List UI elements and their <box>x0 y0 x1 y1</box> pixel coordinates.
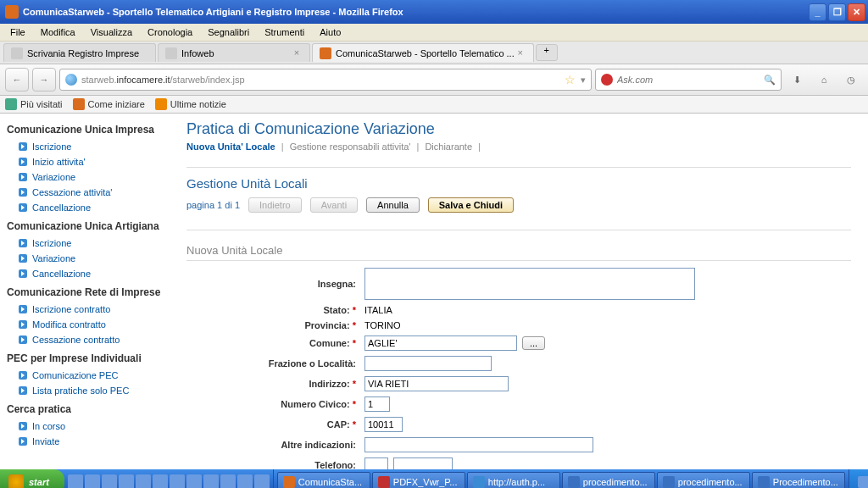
sidebar-item[interactable]: Lista pratiche solo PEC <box>7 383 163 398</box>
search-input[interactable] <box>617 75 764 85</box>
minimize-button[interactable]: _ <box>809 3 826 21</box>
breadcrumb-item[interactable]: Dichiarante <box>425 141 472 152</box>
sidebar-item[interactable]: In corso <box>7 419 163 434</box>
sidebar-item[interactable]: Iscrizione <box>7 139 163 154</box>
bookmark-most-visited[interactable]: Più visitati <box>5 98 63 110</box>
comune-input[interactable] <box>364 336 517 351</box>
taskbar-task[interactable]: procedimento... <box>562 472 655 488</box>
taskbar-task[interactable]: PDFX_Vwr_P... <box>372 472 465 488</box>
altre-input[interactable] <box>364 437 593 452</box>
menu-history[interactable]: Cronologia <box>141 25 199 39</box>
tab-2-active[interactable]: ComunicaStarweb - Sportello Telematico .… <box>312 43 534 62</box>
quick-launch-icon[interactable] <box>85 474 100 488</box>
taskbar-task[interactable]: Procedimento... <box>752 472 845 488</box>
quick-launch-icon[interactable] <box>203 474 219 488</box>
quick-launch-icon[interactable] <box>220 474 236 488</box>
quick-launch-icon[interactable] <box>237 474 253 488</box>
search-icon[interactable]: 🔍 <box>764 75 776 86</box>
insegna-textarea[interactable] <box>364 268 695 300</box>
close-tab-icon[interactable]: × <box>291 47 303 59</box>
tray-icon[interactable] <box>858 476 868 488</box>
telefono-prefix-input[interactable] <box>364 458 388 469</box>
running-tasks: ComunicaSta... PDFX_Vwr_P... http://auth… <box>274 469 849 488</box>
comune-lookup-button[interactable]: ... <box>522 336 545 350</box>
bullet-icon <box>19 158 27 166</box>
bullet-icon <box>19 239 27 247</box>
quick-launch-icon[interactable] <box>68 474 83 488</box>
quick-launch-icon[interactable] <box>170 474 185 488</box>
sidebar-item[interactable]: Comunicazione PEC <box>7 368 163 383</box>
pager-label: pagina 1 di 1 <box>186 200 240 210</box>
breadcrumb: Nuova Unita' Locale | Gestione responsab… <box>186 141 851 152</box>
taskbar-task[interactable]: http://auth.p... <box>467 472 560 488</box>
menu-bookmarks[interactable]: Segnalibri <box>201 25 256 39</box>
cap-input[interactable] <box>364 417 403 432</box>
bullet-icon <box>19 305 27 313</box>
quick-launch-icon[interactable] <box>254 474 270 488</box>
taskbar-task[interactable]: procedimento... <box>657 472 750 488</box>
download-icon[interactable]: ⬇ <box>785 68 809 92</box>
menu-file[interactable]: File <box>3 25 32 39</box>
cancel-button[interactable]: Annulla <box>366 197 420 213</box>
sidebar-item[interactable]: Iscrizione <box>7 236 163 251</box>
tab-1[interactable]: Infoweb × <box>158 43 310 62</box>
sidebar-item[interactable]: Cessazione attivita' <box>7 185 163 200</box>
sidebar-item[interactable]: Inviate <box>7 434 163 449</box>
sidebar-item[interactable]: Variazione <box>7 169 163 185</box>
start-button[interactable]: start <box>0 469 64 488</box>
history-icon[interactable]: ◷ <box>839 68 863 92</box>
frazione-input[interactable] <box>364 356 492 371</box>
bullet-icon <box>19 188 27 197</box>
breadcrumb-item[interactable]: Gestione responsabili attivita' <box>290 141 411 152</box>
sidebar-group: Cerca pratica <box>7 403 163 415</box>
bookmark-latest-news[interactable]: Ultime notizie <box>155 98 226 110</box>
address-bar[interactable]: starweb.infocamere.it/starweb/index.jsp … <box>59 69 592 91</box>
close-button[interactable]: ✕ <box>848 3 865 21</box>
menu-edit[interactable]: Modifica <box>34 25 82 39</box>
sidebar-item[interactable]: Cessazione contratto <box>7 332 163 347</box>
quick-launch-icon[interactable] <box>186 474 202 488</box>
next-button[interactable]: Avanti <box>310 197 358 213</box>
taskbar-task[interactable]: ComunicaSta... <box>277 472 370 488</box>
task-icon <box>758 476 770 488</box>
url-text: starweb.infocamere.it/starweb/index.jsp <box>81 75 565 85</box>
sidebar-item[interactable]: Variazione <box>7 251 163 266</box>
tab-0[interactable]: Scrivania Registro Imprese <box>3 43 156 62</box>
save-close-button[interactable]: Salva e Chiudi <box>428 197 514 213</box>
bookmark-star-icon[interactable]: ☆ <box>565 73 576 86</box>
sidebar-item[interactable]: Iscrizione contratto <box>7 302 163 317</box>
back-button[interactable]: ← <box>5 68 29 92</box>
sidebar-item[interactable]: Inizio attivita' <box>7 154 163 169</box>
new-tab-button[interactable]: + <box>536 44 558 61</box>
menu-tools[interactable]: Strumenti <box>258 25 311 39</box>
search-bar[interactable]: 🔍 <box>595 69 782 91</box>
civico-input[interactable] <box>364 396 390 412</box>
breadcrumb-current[interactable]: Nuova Unita' Locale <box>186 141 275 152</box>
maximize-button[interactable]: ❐ <box>828 3 846 21</box>
quick-launch-icon[interactable] <box>102 474 117 488</box>
bookmark-getting-started[interactable]: Come iniziare <box>73 98 145 110</box>
dropdown-icon[interactable]: ▾ <box>581 75 586 86</box>
label-telefono: Telefono: <box>186 460 356 469</box>
page-title: Pratica di Comunicazione Variazione <box>186 120 851 138</box>
telefono-input[interactable] <box>393 458 453 469</box>
sidebar-item[interactable]: Cancellazione <box>7 266 163 281</box>
bullet-icon <box>19 254 27 263</box>
forward-button[interactable]: → <box>32 68 56 92</box>
bullet-icon <box>19 422 27 430</box>
indirizzo-input[interactable] <box>364 376 509 391</box>
label-cap: CAP: * <box>186 419 356 430</box>
label-frazione: Frazione o Località: <box>186 358 356 369</box>
home-icon[interactable]: ⌂ <box>812 68 836 92</box>
quick-launch-icon[interactable] <box>136 474 151 488</box>
nav-toolbar: ← → starweb.infocamere.it/starweb/index.… <box>0 64 868 96</box>
prev-button[interactable]: Indietro <box>248 197 302 213</box>
menu-help[interactable]: Aiuto <box>313 25 348 39</box>
close-tab-icon[interactable]: × <box>515 47 526 59</box>
bullet-icon <box>19 173 27 181</box>
sidebar-item[interactable]: Cancellazione <box>7 200 163 215</box>
sidebar-item[interactable]: Modifica contratto <box>7 317 163 332</box>
menu-view[interactable]: Visualizza <box>84 25 139 39</box>
quick-launch-icon[interactable] <box>153 474 168 488</box>
quick-launch-icon[interactable] <box>119 474 134 488</box>
